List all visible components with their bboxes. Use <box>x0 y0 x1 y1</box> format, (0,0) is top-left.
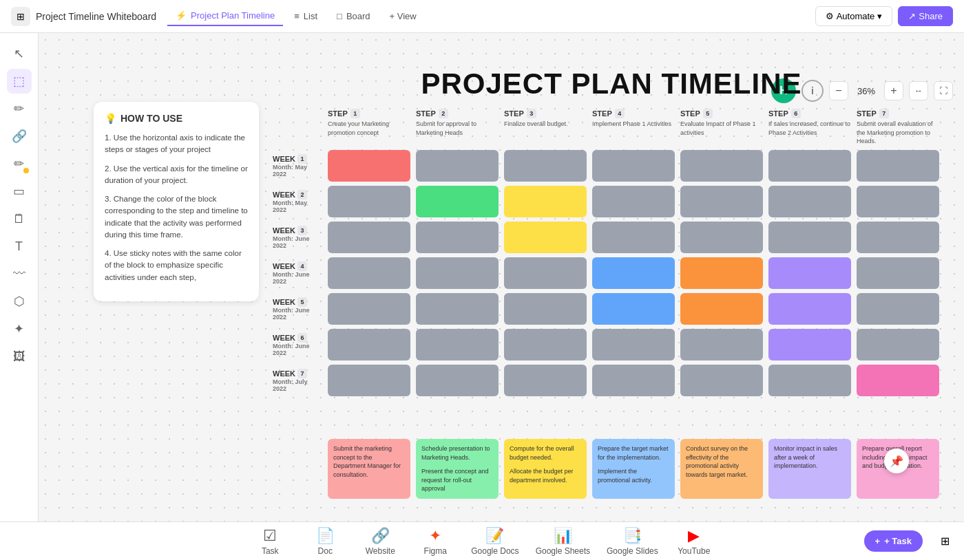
step-header-5: STEP5 Evaluate impact of Phase 1 activit… <box>680 109 763 146</box>
cell-w1-s3[interactable] <box>504 150 587 182</box>
cell-w5-s4[interactable] <box>592 293 675 325</box>
cell-w5-s7[interactable] <box>857 293 939 325</box>
cell-w4-s3[interactable] <box>504 257 587 289</box>
sticky-text-1: Compute for the overall budget needed. <box>510 444 581 462</box>
bottom-item-google-slides[interactable]: 📑 Google Slides <box>607 527 658 556</box>
sidebar-select[interactable]: ⬚ <box>7 69 32 94</box>
cell-w7-s5[interactable] <box>680 365 763 396</box>
cell-w1-s4[interactable] <box>592 150 675 182</box>
tab-add-view[interactable]: + View <box>381 6 425 26</box>
cell-w4-s5[interactable] <box>680 257 763 289</box>
bottom-item-google-sheets[interactable]: 📊 Google Sheets <box>536 527 590 556</box>
main-canvas: H i − 36% + ↔ ⛶ 💡 HOW TO USE 1. Use the … <box>39 33 964 521</box>
sidebar-shape[interactable]: ▭ <box>7 179 32 204</box>
cell-w1-s7[interactable] <box>857 150 939 182</box>
bottom-item-google-docs[interactable]: 📝 Google Docs <box>471 527 518 556</box>
sidebar-link[interactable]: 🔗 <box>7 124 32 149</box>
cell-w4-s2[interactable] <box>416 257 499 289</box>
cell-w7-s7[interactable] <box>857 365 939 396</box>
cell-w3-s2[interactable] <box>416 222 499 253</box>
cell-w5-s6[interactable] <box>768 293 851 325</box>
sidebar-magic[interactable]: ✦ <box>7 316 32 341</box>
cell-w3-s1[interactable] <box>328 222 410 253</box>
cell-w1-s6[interactable] <box>768 150 851 182</box>
cell-w5-s1[interactable] <box>328 293 410 325</box>
cell-w2-s6[interactable] <box>768 186 851 217</box>
cell-w7-s3[interactable] <box>504 365 587 396</box>
bottom-item-task[interactable]: ☑ Task <box>251 527 289 556</box>
grid-rows: WEEK 1Month: May 2022WEEK 2Month: May 20… <box>273 150 950 396</box>
grid-row: WEEK 3Month: June 2022 <box>273 222 950 253</box>
bottom-item-doc[interactable]: 📄 Doc <box>306 527 344 556</box>
left-sidebar: ↖ ⬚ ✏ 🔗 ✏ ▭ 🗒 T 〰 ⬡ ✦ 🖼 <box>0 33 39 521</box>
bottom-item-youtube[interactable]: ▶ YouTube <box>675 527 713 556</box>
board-icon: □ <box>337 11 342 21</box>
week-label-3: WEEK 3Month: June 2022 <box>273 226 322 249</box>
cell-w5-s5[interactable] <box>680 293 763 325</box>
cell-w4-s4[interactable] <box>592 257 675 289</box>
step-header-2: STEP2 Submit for approval to Marketing H… <box>416 109 499 146</box>
cell-w6-s6[interactable] <box>768 329 851 360</box>
bottom-item-figma[interactable]: ✦ Figma <box>416 527 454 556</box>
cell-w3-s6[interactable] <box>768 222 851 253</box>
sidebar-draw[interactable]: 〰 <box>7 261 32 286</box>
sticky-3[interactable]: Compute for the overall budget needed.Al… <box>504 439 587 499</box>
sidebar-image[interactable]: 🖼 <box>7 344 32 369</box>
sidebar-pen[interactable]: ✏ <box>7 96 32 121</box>
sidebar-pencil[interactable]: ✏ <box>7 151 32 176</box>
timeline-grid: STEP1 Create your Marketing promotion co… <box>273 109 950 396</box>
automate-button[interactable]: ⚙ Automate ▾ <box>815 6 893 26</box>
list-icon: ≡ <box>294 11 300 21</box>
cell-w1-s5[interactable] <box>680 150 763 182</box>
cell-w2-s3[interactable] <box>504 186 587 217</box>
cell-w3-s3[interactable] <box>504 222 587 253</box>
cell-w2-s5[interactable] <box>680 186 763 217</box>
cell-w4-s1[interactable] <box>328 257 410 289</box>
cell-w6-s4[interactable] <box>592 329 675 360</box>
sidebar-text[interactable]: T <box>7 234 32 259</box>
app-logo[interactable]: ⊞ <box>11 7 30 26</box>
sidebar-note[interactable]: 🗒 <box>7 206 32 231</box>
cell-w4-s7[interactable] <box>857 257 939 289</box>
cell-w5-s3[interactable] <box>504 293 587 325</box>
tab-board[interactable]: □ Board <box>328 6 379 26</box>
cell-w4-s6[interactable] <box>768 257 851 289</box>
cell-w2-s2[interactable] <box>416 186 499 217</box>
cell-w1-s2[interactable] <box>416 150 499 182</box>
tab-project-plan-timeline[interactable]: ⚡ Project Plan Timeline <box>167 6 283 26</box>
cell-w3-s4[interactable] <box>592 222 675 253</box>
cell-w7-s6[interactable] <box>768 365 851 396</box>
grid-view-button[interactable]: ⊞ <box>936 532 953 549</box>
steps-header: STEP1 Create your Marketing promotion co… <box>328 109 950 146</box>
how-to-use-title: 💡 HOW TO USE <box>105 113 248 124</box>
how-to-step-1: 1. Use the horizontal axis to indicate t… <box>105 132 248 156</box>
sidebar-node[interactable]: ⬡ <box>7 289 32 314</box>
step-header-7: STEP7 Submit overall evaluation of the M… <box>857 109 939 146</box>
cell-w2-s7[interactable] <box>857 186 939 217</box>
cell-w3-s7[interactable] <box>857 222 939 253</box>
cell-w6-s2[interactable] <box>416 329 499 360</box>
cell-w6-s1[interactable] <box>328 329 410 360</box>
sticky-2[interactable]: Schedule presentation to Marketing Heads… <box>416 439 499 499</box>
sticky-1[interactable]: Submit the marketing concept to the Depa… <box>328 439 410 499</box>
bottom-item-website[interactable]: 🔗 Website <box>361 527 399 556</box>
share-button[interactable]: ↗ Share <box>898 6 953 26</box>
pin-button[interactable]: 📌 <box>884 449 909 473</box>
cell-w7-s1[interactable] <box>328 365 410 396</box>
cell-w6-s3[interactable] <box>504 329 587 360</box>
add-task-button[interactable]: + + Task <box>864 530 923 552</box>
cell-w5-s2[interactable] <box>416 293 499 325</box>
cell-w6-s5[interactable] <box>680 329 763 360</box>
cell-w3-s5[interactable] <box>680 222 763 253</box>
sidebar-cursor[interactable]: ↖ <box>7 41 32 66</box>
sticky-6[interactable]: Monitor impact in sales after a week of … <box>768 439 851 499</box>
cell-w7-s4[interactable] <box>592 365 675 396</box>
cell-w1-s1[interactable] <box>328 150 410 182</box>
cell-w6-s7[interactable] <box>857 329 939 360</box>
sticky-4[interactable]: Prepare the target market for the implem… <box>592 439 675 499</box>
tab-list[interactable]: ≡ List <box>286 6 326 26</box>
sticky-5[interactable]: Conduct survey on the effectivity of the… <box>680 439 763 499</box>
cell-w2-s4[interactable] <box>592 186 675 217</box>
cell-w2-s1[interactable] <box>328 186 410 217</box>
cell-w7-s2[interactable] <box>416 365 499 396</box>
